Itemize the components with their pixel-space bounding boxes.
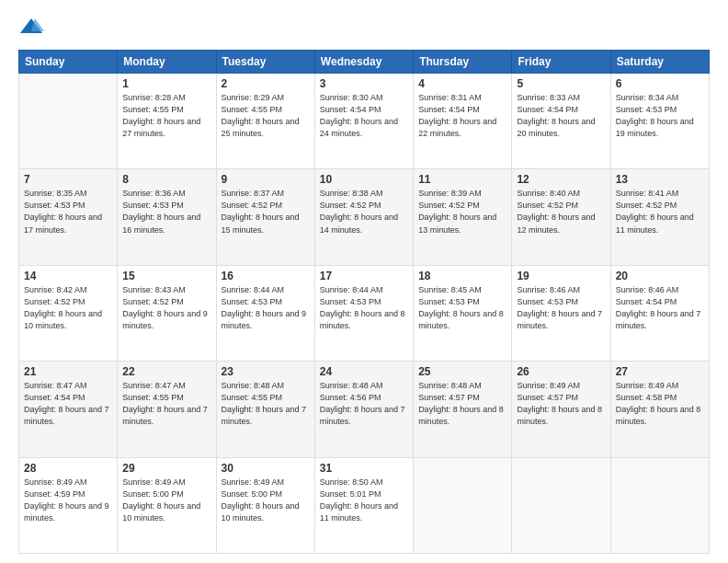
day-info: Sunrise: 8:48 AMSunset: 4:55 PMDaylight:… xyxy=(222,381,307,426)
day-info: Sunrise: 8:40 AMSunset: 4:52 PMDaylight:… xyxy=(517,189,595,234)
calendar-day-cell: 14 Sunrise: 8:42 AMSunset: 4:52 PMDaylig… xyxy=(19,265,118,361)
day-info: Sunrise: 8:48 AMSunset: 4:57 PMDaylight:… xyxy=(418,381,504,426)
day-number: 6 xyxy=(616,77,704,90)
day-number: 27 xyxy=(616,365,704,378)
day-info: Sunrise: 8:37 AMSunset: 4:52 PMDaylight:… xyxy=(222,189,300,234)
calendar-day-cell: 4 Sunrise: 8:31 AMSunset: 4:54 PMDayligh… xyxy=(414,74,512,169)
day-info: Sunrise: 8:46 AMSunset: 4:54 PMDaylight:… xyxy=(616,285,701,330)
day-info: Sunrise: 8:49 AMSunset: 4:59 PMDaylight:… xyxy=(24,477,109,523)
day-number: 24 xyxy=(320,365,408,378)
calendar-day-cell: 8 Sunrise: 8:36 AMSunset: 4:53 PMDayligh… xyxy=(118,169,216,265)
calendar-day-cell: 13 Sunrise: 8:41 AMSunset: 4:52 PMDaylig… xyxy=(610,169,709,265)
day-number: 7 xyxy=(24,173,112,186)
calendar-day-cell: 16 Sunrise: 8:44 AMSunset: 4:53 PMDaylig… xyxy=(216,265,314,361)
calendar-day-cell xyxy=(512,457,610,553)
page: SundayMondayTuesdayWednesdayThursdayFrid… xyxy=(0,0,728,563)
day-number: 30 xyxy=(222,462,310,475)
day-info: Sunrise: 8:44 AMSunset: 4:53 PMDaylight:… xyxy=(320,285,405,330)
calendar-day-cell: 7 Sunrise: 8:35 AMSunset: 4:53 PMDayligh… xyxy=(19,169,118,265)
calendar-day-cell xyxy=(19,74,118,169)
calendar-day-cell: 24 Sunrise: 8:48 AMSunset: 4:56 PMDaylig… xyxy=(314,362,413,457)
calendar-day-cell xyxy=(414,457,512,553)
day-number: 4 xyxy=(418,77,506,90)
calendar-day-cell: 20 Sunrise: 8:46 AMSunset: 4:54 PMDaylig… xyxy=(610,265,709,361)
day-number: 17 xyxy=(320,270,408,282)
calendar-day-cell: 6 Sunrise: 8:34 AMSunset: 4:53 PMDayligh… xyxy=(610,74,709,169)
calendar-day-cell: 31 Sunrise: 8:50 AMSunset: 5:01 PMDaylig… xyxy=(314,457,413,553)
logo xyxy=(18,15,48,40)
day-info: Sunrise: 8:29 AMSunset: 4:55 PMDaylight:… xyxy=(222,93,300,138)
day-info: Sunrise: 8:47 AMSunset: 4:54 PMDaylight:… xyxy=(24,381,109,426)
day-number: 9 xyxy=(222,173,310,186)
day-info: Sunrise: 8:49 AMSunset: 5:00 PMDaylight:… xyxy=(222,477,300,523)
day-number: 16 xyxy=(222,270,310,282)
calendar-header-friday: Friday xyxy=(512,51,610,74)
calendar-header-sunday: Sunday xyxy=(19,51,118,74)
logo-icon xyxy=(18,15,44,40)
day-number: 14 xyxy=(24,270,112,282)
calendar-day-cell: 3 Sunrise: 8:30 AMSunset: 4:54 PMDayligh… xyxy=(314,74,413,169)
calendar-week-row: 21 Sunrise: 8:47 AMSunset: 4:54 PMDaylig… xyxy=(19,362,710,457)
day-info: Sunrise: 8:36 AMSunset: 4:53 PMDaylight:… xyxy=(122,189,200,234)
calendar-day-cell: 21 Sunrise: 8:47 AMSunset: 4:54 PMDaylig… xyxy=(19,362,118,457)
day-info: Sunrise: 8:41 AMSunset: 4:52 PMDaylight:… xyxy=(616,189,694,234)
day-number: 1 xyxy=(122,77,210,90)
header xyxy=(18,15,710,40)
calendar-day-cell: 11 Sunrise: 8:39 AMSunset: 4:52 PMDaylig… xyxy=(414,169,512,265)
day-number: 29 xyxy=(122,462,210,475)
calendar-day-cell: 26 Sunrise: 8:49 AMSunset: 4:57 PMDaylig… xyxy=(512,362,610,457)
day-number: 22 xyxy=(122,365,210,378)
calendar-day-cell: 23 Sunrise: 8:48 AMSunset: 4:55 PMDaylig… xyxy=(216,362,314,457)
day-info: Sunrise: 8:31 AMSunset: 4:54 PMDaylight:… xyxy=(418,93,496,138)
day-number: 28 xyxy=(24,462,112,475)
day-info: Sunrise: 8:39 AMSunset: 4:52 PMDaylight:… xyxy=(418,189,496,234)
calendar-week-row: 14 Sunrise: 8:42 AMSunset: 4:52 PMDaylig… xyxy=(19,265,710,361)
day-info: Sunrise: 8:50 AMSunset: 5:01 PMDaylight:… xyxy=(320,477,398,523)
calendar-day-cell: 25 Sunrise: 8:48 AMSunset: 4:57 PMDaylig… xyxy=(414,362,512,457)
calendar-day-cell: 17 Sunrise: 8:44 AMSunset: 4:53 PMDaylig… xyxy=(314,265,413,361)
calendar-header-saturday: Saturday xyxy=(610,51,709,74)
calendar-week-row: 1 Sunrise: 8:28 AMSunset: 4:55 PMDayligh… xyxy=(19,74,710,169)
day-number: 18 xyxy=(418,270,506,282)
calendar-day-cell: 18 Sunrise: 8:45 AMSunset: 4:53 PMDaylig… xyxy=(414,265,512,361)
calendar-day-cell: 9 Sunrise: 8:37 AMSunset: 4:52 PMDayligh… xyxy=(216,169,314,265)
calendar-day-cell: 1 Sunrise: 8:28 AMSunset: 4:55 PMDayligh… xyxy=(118,74,216,169)
day-info: Sunrise: 8:49 AMSunset: 4:58 PMDaylight:… xyxy=(616,381,701,426)
calendar-day-cell: 10 Sunrise: 8:38 AMSunset: 4:52 PMDaylig… xyxy=(314,169,413,265)
day-number: 3 xyxy=(320,77,408,90)
day-info: Sunrise: 8:48 AMSunset: 4:56 PMDaylight:… xyxy=(320,381,405,426)
calendar-day-cell xyxy=(610,457,709,553)
day-number: 2 xyxy=(222,77,310,90)
day-info: Sunrise: 8:47 AMSunset: 4:55 PMDaylight:… xyxy=(122,381,208,426)
day-info: Sunrise: 8:43 AMSunset: 4:52 PMDaylight:… xyxy=(122,285,208,330)
day-info: Sunrise: 8:34 AMSunset: 4:53 PMDaylight:… xyxy=(616,93,694,138)
day-number: 23 xyxy=(222,365,310,378)
calendar-day-cell: 27 Sunrise: 8:49 AMSunset: 4:58 PMDaylig… xyxy=(610,362,709,457)
calendar-header-thursday: Thursday xyxy=(414,51,512,74)
day-number: 11 xyxy=(418,173,506,186)
day-number: 20 xyxy=(616,270,704,282)
day-number: 15 xyxy=(122,270,210,282)
day-info: Sunrise: 8:35 AMSunset: 4:53 PMDaylight:… xyxy=(24,189,102,234)
day-info: Sunrise: 8:45 AMSunset: 4:53 PMDaylight:… xyxy=(418,285,504,330)
calendar-header-tuesday: Tuesday xyxy=(216,51,314,74)
day-number: 25 xyxy=(418,365,506,378)
day-info: Sunrise: 8:42 AMSunset: 4:52 PMDaylight:… xyxy=(24,285,102,330)
calendar-day-cell: 5 Sunrise: 8:33 AMSunset: 4:54 PMDayligh… xyxy=(512,74,610,169)
day-info: Sunrise: 8:28 AMSunset: 4:55 PMDaylight:… xyxy=(122,93,200,138)
day-number: 10 xyxy=(320,173,408,186)
day-info: Sunrise: 8:49 AMSunset: 4:57 PMDaylight:… xyxy=(517,381,602,426)
calendar-day-cell: 30 Sunrise: 8:49 AMSunset: 5:00 PMDaylig… xyxy=(216,457,314,553)
calendar-day-cell: 22 Sunrise: 8:47 AMSunset: 4:55 PMDaylig… xyxy=(118,362,216,457)
day-info: Sunrise: 8:38 AMSunset: 4:52 PMDaylight:… xyxy=(320,189,398,234)
calendar-day-cell: 12 Sunrise: 8:40 AMSunset: 4:52 PMDaylig… xyxy=(512,169,610,265)
calendar-week-row: 7 Sunrise: 8:35 AMSunset: 4:53 PMDayligh… xyxy=(19,169,710,265)
calendar-header-wednesday: Wednesday xyxy=(314,51,413,74)
day-info: Sunrise: 8:30 AMSunset: 4:54 PMDaylight:… xyxy=(320,93,398,138)
calendar-day-cell: 29 Sunrise: 8:49 AMSunset: 5:00 PMDaylig… xyxy=(118,457,216,553)
day-info: Sunrise: 8:44 AMSunset: 4:53 PMDaylight:… xyxy=(222,285,307,330)
calendar-day-cell: 15 Sunrise: 8:43 AMSunset: 4:52 PMDaylig… xyxy=(118,265,216,361)
day-number: 21 xyxy=(24,365,112,378)
day-info: Sunrise: 8:33 AMSunset: 4:54 PMDaylight:… xyxy=(517,93,595,138)
calendar-week-row: 28 Sunrise: 8:49 AMSunset: 4:59 PMDaylig… xyxy=(19,457,710,553)
